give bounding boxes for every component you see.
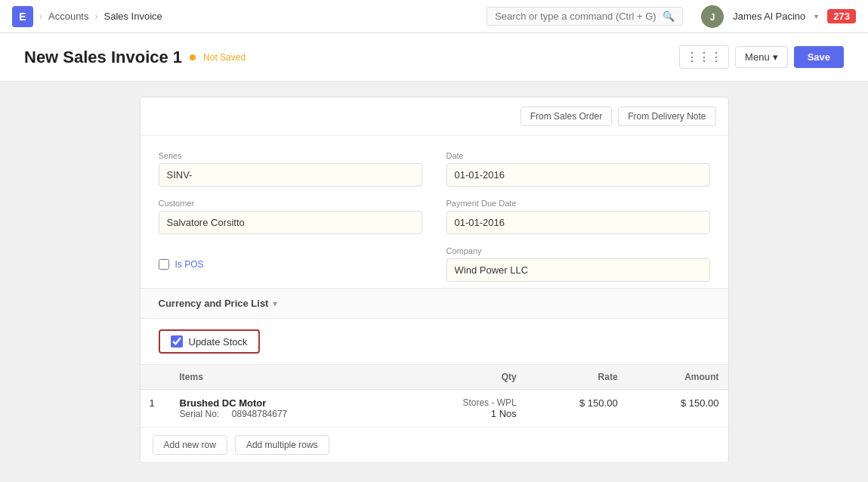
dropdown-icon: ▾: [814, 12, 818, 20]
table-row: 1 Brushed DC Motor Serial No: 0894878467…: [141, 390, 728, 428]
row-rate: $ 150.00: [526, 390, 627, 428]
status-badge: Not Saved: [203, 52, 246, 63]
avatar: J: [701, 5, 724, 28]
series-label: Series: [159, 151, 422, 160]
col-qty-header: Qty: [397, 365, 526, 390]
currency-section-chevron-icon: ▾: [273, 298, 277, 309]
customer-input[interactable]: [159, 211, 422, 234]
row-idx: 1: [141, 390, 171, 428]
row-warehouse-qty: Stores - WPL 1 Nos: [397, 390, 526, 428]
customer-label: Customer: [159, 199, 422, 208]
currency-section-header[interactable]: Currency and Price List ▾: [141, 288, 728, 319]
topnav-right: J James Al Pacino ▾ 273: [701, 5, 856, 28]
breadcrumb-accounts[interactable]: Accounts: [48, 11, 88, 22]
update-stock-checkbox[interactable]: [171, 335, 183, 348]
currency-section-label: Currency and Price List: [159, 298, 269, 309]
is-pos-checkbox[interactable]: [159, 259, 169, 270]
company-field-group: Company: [446, 246, 710, 282]
app-logo: E: [12, 6, 33, 27]
search-bar[interactable]: 🔍: [487, 7, 683, 26]
update-stock-section: Update Stock: [141, 319, 728, 365]
serial-value: 08948784677: [232, 409, 287, 419]
item-qty: 1 Nos: [406, 408, 517, 419]
menu-label: Menu: [745, 51, 770, 63]
status-dot: [190, 54, 196, 60]
series-field-group: Series: [159, 151, 422, 187]
search-input[interactable]: [495, 11, 656, 22]
date-field-group: Date: [446, 151, 710, 187]
col-idx: [141, 365, 171, 390]
col-items-header: Items: [171, 365, 397, 390]
page-header: New Sales Invoice 1 Not Saved ⋮⋮⋮ Menu ▾…: [0, 33, 868, 82]
page-title: New Sales Invoice 1: [24, 48, 182, 67]
update-stock-label: Update Stock: [189, 336, 248, 348]
col-rate-header: Rate: [526, 365, 627, 390]
is-pos-field-group: Is POS: [159, 246, 422, 282]
payment-due-date-field-group: Payment Due Date: [446, 199, 710, 234]
row-item-details: Brushed DC Motor Serial No: 08948784677: [171, 390, 397, 428]
from-buttons-row: From Sales Order From Delivery Note: [141, 97, 728, 136]
row-amount: $ 150.00: [627, 390, 728, 428]
add-rows-row: Add new row Add multiple rows: [141, 428, 728, 462]
col-amount-header: Amount: [627, 365, 728, 390]
page-title-row: New Sales Invoice 1 Not Saved: [24, 48, 246, 79]
main-content: From Sales Order From Delivery Note Seri…: [0, 82, 868, 478]
add-new-row-button[interactable]: Add new row: [153, 435, 227, 455]
item-name: Brushed DC Motor: [180, 397, 388, 409]
date-input[interactable]: [446, 163, 710, 187]
svg-text:J: J: [710, 12, 715, 23]
breadcrumb-chevron-2: ›: [94, 11, 97, 22]
items-table: Items Qty Rate Amount 1 Brushed DC Motor…: [141, 365, 728, 428]
item-serial: Serial No: 08948784677: [180, 409, 388, 419]
from-sales-order-button[interactable]: From Sales Order: [520, 107, 612, 126]
page-actions: ⋮⋮⋮ Menu ▾ Save: [679, 45, 844, 81]
payment-due-date-input[interactable]: [446, 211, 710, 234]
grid-view-button[interactable]: ⋮⋮⋮: [679, 45, 729, 69]
payment-due-date-label: Payment Due Date: [446, 199, 710, 208]
search-icon: 🔍: [663, 11, 675, 22]
menu-chevron-icon: ▾: [773, 51, 778, 63]
menu-button[interactable]: Menu ▾: [735, 46, 788, 68]
form-container: From Sales Order From Delivery Note Seri…: [140, 97, 729, 463]
breadcrumb-chevron-1: ›: [39, 11, 42, 22]
add-multiple-rows-button[interactable]: Add multiple rows: [235, 435, 329, 455]
date-label: Date: [446, 151, 710, 160]
save-button[interactable]: Save: [794, 46, 844, 68]
company-input[interactable]: [446, 258, 710, 282]
customer-field-group: Customer: [159, 199, 422, 234]
company-label: Company: [446, 246, 710, 255]
top-navigation: E › Accounts › Sales Invoice 🔍 J James A…: [0, 0, 868, 33]
username-label[interactable]: James Al Pacino: [733, 11, 805, 22]
breadcrumb-sales-invoice[interactable]: Sales Invoice: [103, 11, 162, 22]
form-fields: Series Date Customer Payment Due Date I: [141, 136, 728, 288]
item-warehouse: Stores - WPL: [406, 397, 517, 408]
series-input[interactable]: [159, 163, 422, 187]
update-stock-box: Update Stock: [159, 329, 260, 354]
is-pos-label: Is POS: [175, 259, 204, 270]
serial-prefix: Serial No:: [180, 409, 220, 419]
from-delivery-note-button[interactable]: From Delivery Note: [618, 107, 715, 126]
notification-badge[interactable]: 273: [827, 9, 856, 23]
